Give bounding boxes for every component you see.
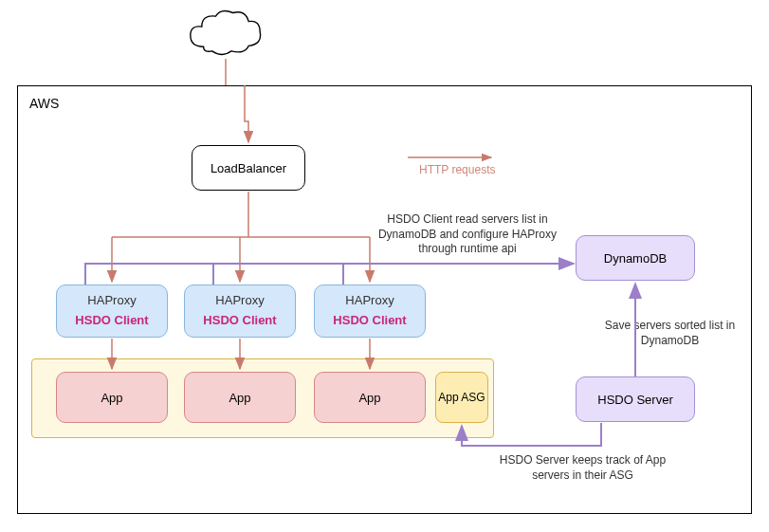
haproxy-label: HAProxy — [185, 293, 295, 307]
legend-label: HTTP requests — [419, 163, 495, 176]
annotation-hsdo-server: HSDO Server keeps track of App servers i… — [495, 453, 670, 483]
haproxy-box-3: HAProxy HSDO Client — [314, 284, 426, 338]
app-label: App — [229, 391, 250, 405]
app-asg-label: App ASG — [438, 391, 485, 404]
app-asg-box: App ASG — [435, 372, 488, 423]
annotation-save-servers: Save servers sorted list in DynamoDB — [592, 319, 748, 348]
cloud-icon — [185, 8, 265, 60]
hsdo-client-label: HSDO Client — [57, 313, 167, 327]
app-box-2: App — [184, 372, 296, 423]
app-label: App — [358, 391, 380, 405]
hsdo-client-label: HSDO Client — [185, 313, 295, 327]
haproxy-box-2: HAProxy HSDO Client — [184, 284, 296, 338]
haproxy-label: HAProxy — [315, 293, 425, 307]
hsdo-server-label: HSDO Server — [597, 393, 672, 407]
app-box-1: App — [56, 372, 168, 423]
dynamodb-box: DynamoDB — [576, 235, 695, 281]
loadbalancer-label: LoadBalancer — [211, 161, 286, 175]
dynamodb-label: DynamoDB — [604, 251, 667, 266]
app-box-3: App — [314, 372, 426, 423]
haproxy-box-1: HAProxy HSDO Client — [56, 284, 168, 338]
aws-label: AWS — [29, 96, 59, 111]
app-label: App — [101, 391, 122, 405]
hsdo-server-box: HSDO Server — [576, 376, 695, 422]
hsdo-client-label: HSDO Client — [315, 313, 425, 327]
annotation-client-read: HSDO Client read servers list in DynamoD… — [377, 212, 558, 257]
haproxy-label: HAProxy — [57, 293, 167, 307]
loadbalancer-box: LoadBalancer — [192, 145, 305, 191]
